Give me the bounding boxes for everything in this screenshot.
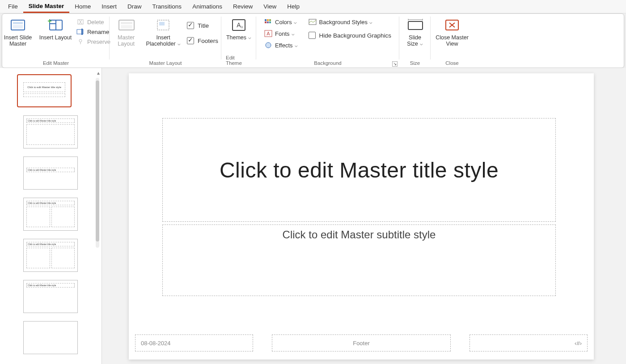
date-placeholder[interactable]: 08-08-2024 — [135, 334, 253, 351]
footers-checkbox[interactable]: Footers — [187, 37, 218, 44]
rename-label: Rename — [87, 29, 109, 35]
workspace: ▴ Click to edit Master title style Click… — [0, 68, 626, 364]
thumbnail-layout-1[interactable]: Click to edit Master title style — [23, 115, 78, 148]
thumbnail-layout-2[interactable]: Click to edit Master title style — [23, 157, 78, 190]
svg-rect-1 — [13, 22, 23, 24]
tab-review[interactable]: Review — [228, 1, 258, 12]
themes-icon: Aa — [230, 17, 247, 33]
canvas-area: Click to edit Master title style Click t… — [102, 68, 626, 364]
thumbnail-layout-6[interactable] — [23, 321, 78, 354]
scroll-up-arrow[interactable]: ▴ — [97, 70, 100, 76]
slide-number-placeholder[interactable]: ‹#› — [470, 334, 588, 351]
themes-button[interactable]: Aa Themes — [226, 17, 251, 41]
thumbnail-slide-master[interactable]: Click to edit Master title style — [17, 74, 72, 107]
date-text: 08-08-2024 — [141, 340, 171, 347]
thumb-body-placeholder — [26, 207, 50, 227]
master-subtitle-placeholder[interactable]: Click to edit Master subtitle style — [162, 224, 556, 296]
svg-rect-10 — [81, 29, 83, 35]
hide-background-checkbox[interactable]: Hide Background Graphics — [309, 32, 391, 39]
close-master-view-button[interactable]: Close Master View — [434, 17, 470, 47]
group-label-close: Close — [445, 60, 458, 67]
background-styles-icon — [309, 18, 317, 25]
insert-slide-master-icon — [9, 17, 26, 33]
insert-layout-icon — [47, 17, 64, 33]
background-launcher[interactable]: ↘ — [392, 61, 398, 67]
close-icon — [444, 17, 461, 33]
group-label-size: Size — [410, 60, 420, 67]
fonts-button[interactable]: A Fonts — [264, 30, 298, 37]
slide-number-text: ‹#› — [575, 340, 582, 347]
tab-home[interactable]: Home — [69, 1, 96, 12]
tab-draw[interactable]: Draw — [122, 1, 147, 12]
thumb-title-placeholder: Click to edit Master title style — [26, 201, 75, 205]
tab-slide-master[interactable]: Slide Master — [23, 0, 70, 13]
footers-checkbox-label: Footers — [198, 38, 218, 44]
master-layout-button[interactable]: Master Layout — [113, 17, 140, 47]
slide-canvas[interactable]: Click to edit Master title style Click t… — [129, 73, 594, 360]
svg-rect-21 — [265, 19, 266, 21]
tab-animations[interactable]: Animations — [187, 1, 228, 12]
group-label-master-layout: Master Layout — [149, 60, 182, 67]
background-styles-label: Background Styles — [319, 19, 372, 25]
tab-view[interactable]: View — [258, 1, 282, 12]
svg-rect-24 — [265, 21, 266, 23]
menubar: File Slide Master Home Insert Draw Trans… — [0, 0, 626, 13]
master-title-placeholder[interactable]: Click to edit Master title style — [162, 118, 556, 222]
scrollbar-thumb[interactable] — [96, 80, 99, 241]
checkbox-icon — [309, 32, 316, 39]
insert-layout-button[interactable]: Insert Layout — [39, 17, 72, 41]
thumbnail-layout-4[interactable]: Click to edit Master title style — [23, 239, 78, 272]
checkbox-icon — [187, 37, 194, 44]
group-close: Close Master View Close — [431, 14, 474, 68]
thumb-body-placeholder — [51, 207, 75, 227]
insert-placeholder-button[interactable]: Insert Placeholder — [144, 17, 182, 47]
svg-rect-25 — [267, 21, 269, 23]
group-size: Slide Size Size — [399, 14, 431, 68]
group-label-edit-master: Edit Master — [43, 60, 69, 67]
footer-placeholder[interactable]: Footer — [272, 334, 451, 351]
svg-rect-17 — [159, 22, 165, 25]
insert-placeholder-label: Insert Placeholder — [144, 34, 182, 47]
group-edit-theme: Aa Themes Edit Theme — [221, 14, 256, 68]
tab-transitions[interactable]: Transitions — [147, 1, 187, 12]
thumb-title-placeholder: Click to edit Master title style — [26, 119, 75, 123]
group-edit-master: Insert Slide Master Insert Layout Delete… — [2, 14, 110, 68]
delete-icon — [76, 18, 85, 25]
delete-label: Delete — [87, 19, 104, 25]
slide-size-label: Slide Size — [404, 34, 426, 47]
insert-slide-master-button[interactable]: Insert Slide Master — [2, 17, 34, 47]
thumbnail-layout-5[interactable]: Click to edit Master title style — [23, 280, 78, 313]
preserve-button[interactable]: Preserve — [76, 38, 110, 45]
background-styles-button[interactable]: Background Styles — [309, 18, 391, 25]
insert-slide-master-label: Insert Slide Master — [2, 34, 34, 47]
master-layout-icon — [118, 17, 135, 33]
thumb-title-placeholder: Click to edit Master title style — [26, 242, 75, 246]
thumbnail-panel: ▴ Click to edit Master title style Click… — [0, 68, 102, 364]
hide-background-label: Hide Background Graphics — [319, 32, 391, 39]
svg-rect-14 — [121, 22, 132, 24]
colors-label: Colors — [275, 19, 297, 25]
tab-help[interactable]: Help — [282, 1, 305, 12]
effects-button[interactable]: Effects — [264, 42, 298, 49]
svg-text:a: a — [241, 25, 243, 29]
fonts-icon: A — [264, 30, 272, 37]
group-background: Colors A Fonts Effects Background Styles — [256, 14, 399, 68]
slide-size-button[interactable]: Slide Size — [404, 17, 426, 47]
preserve-label: Preserve — [87, 38, 110, 45]
delete-button[interactable]: Delete — [76, 18, 110, 25]
svg-rect-15 — [121, 25, 132, 29]
themes-label: Themes — [226, 34, 251, 41]
tab-file[interactable]: File — [3, 1, 23, 12]
thumb-title-placeholder: Click to edit Master title style — [23, 82, 65, 92]
scrollbar-track[interactable] — [96, 78, 99, 248]
title-checkbox[interactable]: Title — [187, 22, 218, 29]
thumb-subtitle-placeholder — [23, 93, 65, 97]
thumb-body-placeholder — [51, 248, 75, 268]
title-checkbox-label: Title — [198, 22, 209, 29]
rename-button[interactable]: Rename — [76, 28, 110, 35]
thumbnail-layout-3[interactable]: Click to edit Master title style — [23, 198, 78, 231]
colors-button[interactable]: Colors — [264, 18, 298, 25]
svg-point-29 — [266, 42, 271, 48]
master-subtitle-text: Click to edit Master subtitle style — [283, 229, 436, 241]
tab-insert[interactable]: Insert — [96, 1, 122, 12]
